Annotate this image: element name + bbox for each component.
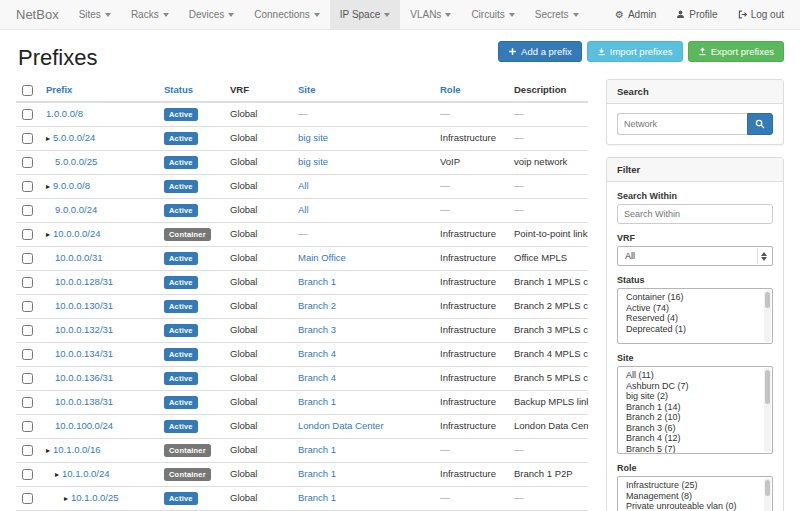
- filter-option[interactable]: Branch 1 (14): [618, 402, 772, 413]
- col-header-prefix[interactable]: Prefix: [40, 79, 158, 102]
- filter-option[interactable]: Branch 4 (12): [618, 433, 772, 444]
- row-checkbox[interactable]: [22, 445, 33, 456]
- col-header-role[interactable]: Role: [434, 79, 508, 102]
- site-link[interactable]: Main Office: [298, 252, 346, 263]
- row-checkbox[interactable]: [22, 205, 33, 216]
- filter-option[interactable]: Deprecated (1): [618, 324, 772, 335]
- nav-item-secrets[interactable]: Secrets: [525, 0, 589, 29]
- prefix-link[interactable]: 9.0.0.0/8: [53, 180, 90, 191]
- prefix-link[interactable]: 10.1.0.0/24: [62, 468, 110, 479]
- site-link[interactable]: Branch 1: [298, 276, 336, 287]
- add-prefix-button[interactable]: Add a prefix: [498, 41, 582, 62]
- filter-option[interactable]: Branch 2 (10): [618, 412, 772, 423]
- site-link[interactable]: Branch 2: [298, 300, 336, 311]
- row-checkbox[interactable]: [22, 373, 33, 384]
- site-link[interactable]: All: [298, 204, 309, 215]
- row-checkbox[interactable]: [22, 109, 33, 120]
- row-checkbox[interactable]: [22, 349, 33, 360]
- filter-option[interactable]: big site (2): [618, 391, 772, 402]
- search-within-input[interactable]: [617, 204, 773, 224]
- nav-profile[interactable]: Profile: [666, 0, 727, 29]
- row-checkbox[interactable]: [22, 421, 33, 432]
- prefix-link[interactable]: 5.0.0.0/24: [53, 132, 95, 143]
- nav-admin[interactable]: ⚙ Admin: [605, 0, 666, 29]
- search-input[interactable]: [617, 113, 747, 135]
- site-filter-list[interactable]: All (11)Ashburn DC (7)big site (2)Branch…: [617, 366, 773, 454]
- prefix-link[interactable]: 10.1.0.0/16: [53, 444, 101, 455]
- prefix-link[interactable]: 10.0.0.136/31: [55, 372, 113, 383]
- prefix-link[interactable]: 5.0.0.0/25: [55, 156, 97, 167]
- site-link[interactable]: London Data Center: [298, 420, 384, 431]
- filter-option[interactable]: Active (74): [618, 303, 772, 314]
- col-header-site[interactable]: Site: [292, 79, 434, 102]
- prefix-link[interactable]: 10.1.0.0/25: [71, 492, 119, 503]
- filter-option[interactable]: Branch 3 (6): [618, 423, 772, 434]
- prefix-link[interactable]: 10.0.0.138/31: [55, 396, 113, 407]
- row-checkbox[interactable]: [22, 325, 33, 336]
- row-checkbox[interactable]: [22, 253, 33, 264]
- filter-option[interactable]: All (11): [618, 370, 772, 381]
- nav-item-vlans[interactable]: VLANs: [400, 0, 461, 29]
- prefix-link[interactable]: 10.0.0.130/31: [55, 300, 113, 311]
- brand[interactable]: NetBox: [6, 0, 69, 29]
- row-checkbox[interactable]: [22, 229, 33, 240]
- row-checkbox[interactable]: [22, 181, 33, 192]
- import-prefixes-button[interactable]: Import prefixes: [587, 41, 683, 62]
- site-link[interactable]: big site: [298, 156, 328, 167]
- row-checkbox[interactable]: [22, 133, 33, 144]
- vrf-value: Global: [230, 396, 257, 407]
- prefix-link[interactable]: 10.0.0.132/31: [55, 324, 113, 335]
- filter-option[interactable]: Branch 5 (7): [618, 444, 772, 455]
- nav-item-connections[interactable]: Connections: [244, 0, 330, 29]
- prefix-link[interactable]: 10.0.0.0/31: [55, 252, 103, 263]
- scrollbar-thumb[interactable]: [765, 292, 770, 308]
- filter-option[interactable]: Container (16): [618, 292, 772, 303]
- prefix-link[interactable]: 10.0.0.128/31: [55, 276, 113, 287]
- site-link[interactable]: big site: [298, 132, 328, 143]
- site-link[interactable]: Branch 1: [298, 444, 336, 455]
- status-filter-list[interactable]: Container (16)Active (74)Reserved (4)Dep…: [617, 288, 773, 344]
- vrf-select[interactable]: All: [617, 246, 773, 266]
- table-row: 10.0.0.0/31ActiveGlobalMain OfficeInfras…: [16, 246, 588, 270]
- filter-option[interactable]: Ashburn DC (7): [618, 381, 772, 392]
- role-filter-list[interactable]: Infrastructure (25)Management (8)Private…: [617, 476, 773, 511]
- row-checkbox[interactable]: [22, 277, 33, 288]
- scrollbar-thumb[interactable]: [765, 370, 770, 404]
- prefix-link[interactable]: 10.0.100.0/24: [55, 420, 113, 431]
- filter-option[interactable]: Reserved (4): [618, 313, 772, 324]
- search-button[interactable]: [747, 113, 773, 135]
- nav-item-sites[interactable]: Sites: [69, 0, 121, 29]
- site-link[interactable]: All: [298, 180, 309, 191]
- nav-item-circuits[interactable]: Circuits: [461, 0, 524, 29]
- col-header-status[interactable]: Status: [158, 79, 224, 102]
- prefix-link[interactable]: 9.0.0.0/24: [55, 204, 97, 215]
- select-all-checkbox[interactable]: [22, 85, 33, 96]
- nav-item-ip-space[interactable]: IP Space: [330, 0, 400, 29]
- table-row: 10.0.100.0/24ActiveGlobalLondon Data Cen…: [16, 414, 588, 438]
- export-prefixes-button[interactable]: Export prefixes: [688, 41, 784, 62]
- row-checkbox[interactable]: [22, 397, 33, 408]
- site-link[interactable]: Branch 3: [298, 324, 336, 335]
- filter-option[interactable]: Private unrouteable vlan (0): [618, 501, 772, 511]
- nav-logout-label: Log out: [751, 9, 784, 20]
- prefix-link[interactable]: 10.0.0.0/24: [53, 228, 101, 239]
- site-link[interactable]: Branch 4: [298, 348, 336, 359]
- site-link[interactable]: Branch 1: [298, 396, 336, 407]
- row-checkbox[interactable]: [22, 301, 33, 312]
- nav-item-racks[interactable]: Racks: [121, 0, 179, 29]
- filter-option[interactable]: Infrastructure (25): [618, 480, 772, 491]
- nav-item-devices[interactable]: Devices: [179, 0, 245, 29]
- nav-logout[interactable]: Log out: [728, 0, 794, 29]
- col-header-description: Description: [508, 79, 588, 102]
- row-checkbox[interactable]: [22, 157, 33, 168]
- description-value: Point-to-point links: [514, 228, 588, 239]
- site-link[interactable]: Branch 4: [298, 372, 336, 383]
- site-link[interactable]: Branch 1: [298, 492, 336, 503]
- site-link[interactable]: Branch 1: [298, 468, 336, 479]
- scrollbar-thumb[interactable]: [765, 480, 770, 496]
- row-checkbox[interactable]: [22, 469, 33, 480]
- prefix-link[interactable]: 1.0.0.0/8: [46, 108, 83, 119]
- prefix-link[interactable]: 10.0.0.134/31: [55, 348, 113, 359]
- filter-option[interactable]: Management (8): [618, 491, 772, 502]
- row-checkbox[interactable]: [22, 493, 33, 504]
